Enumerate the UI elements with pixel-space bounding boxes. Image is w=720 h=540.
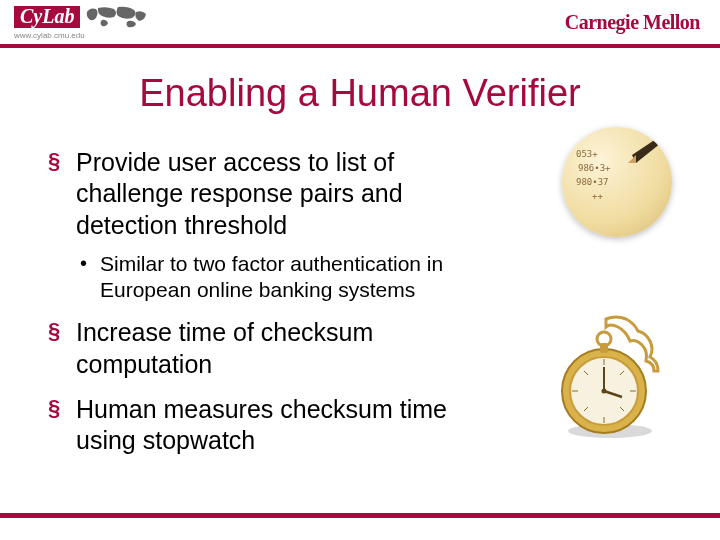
cylab-logo-top: CyLab [14, 4, 148, 30]
svg-marker-4 [632, 135, 666, 163]
bullet-text: Human measures checksum time using stopw… [76, 395, 447, 454]
slide-header: CyLab www.cylab.cmu.edu Carnegie Mellon [0, 0, 720, 48]
bullet-text: Provide user access to list of challenge… [76, 148, 403, 239]
slide-title: Enabling a Human Verifier [0, 72, 720, 115]
world-map-icon [84, 4, 148, 30]
bullet-item: Increase time of checksum computation [48, 317, 468, 380]
svg-point-21 [602, 389, 607, 394]
slide-content: Provide user access to list of challenge… [0, 115, 720, 456]
numbers-sheet-image: 053+ 986•3+ 980•37 ++ [562, 127, 672, 237]
bullet-item: Provide user access to list of challenge… [48, 147, 468, 303]
svg-text:++: ++ [592, 191, 603, 201]
svg-text:053+: 053+ [576, 149, 598, 159]
bullet-list: Provide user access to list of challenge… [48, 147, 468, 456]
cylab-wordmark: CyLab [14, 6, 80, 28]
bullet-text: Increase time of checksum computation [76, 318, 373, 377]
carnegie-mellon-wordmark: Carnegie Mellon [565, 11, 700, 34]
svg-text:986•3+: 986•3+ [578, 163, 611, 173]
cylab-url: www.cylab.cmu.edu [14, 31, 148, 40]
sub-bullet-list: Similar to two factor authentication in … [76, 251, 468, 304]
pocket-watch-image [546, 313, 676, 443]
cylab-logo: CyLab www.cylab.cmu.edu [14, 4, 148, 40]
svg-text:980•37: 980•37 [576, 177, 609, 187]
bullet-item: Human measures checksum time using stopw… [48, 394, 468, 457]
footer-divider [0, 513, 720, 518]
sub-bullet-item: Similar to two factor authentication in … [76, 251, 468, 304]
